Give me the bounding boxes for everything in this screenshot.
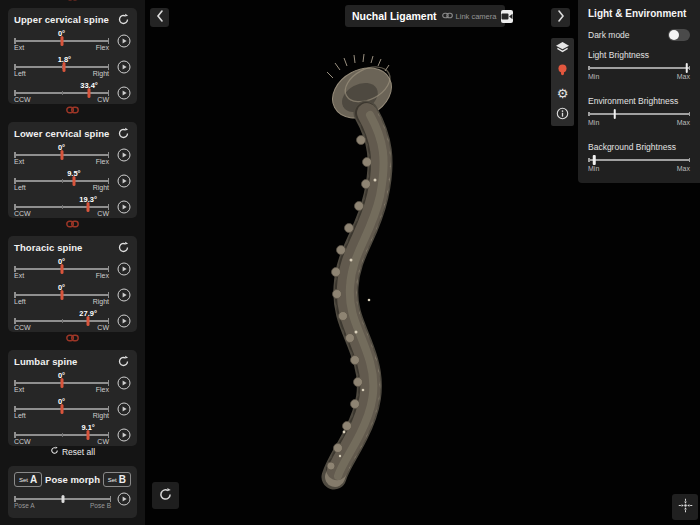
pose-morph-slider-row: Pose APose B	[14, 489, 131, 513]
slider-track	[14, 434, 109, 436]
slider-row-left-right: 0° LeftRight	[14, 395, 131, 421]
reset-rotation-button[interactable]	[152, 482, 179, 509]
slider-track	[14, 180, 109, 182]
reset-section-button[interactable]	[116, 12, 131, 27]
light-brightness-label: Light Brightness	[588, 50, 690, 60]
angle-slider[interactable]: 0° LeftRight	[14, 281, 109, 307]
slider-row-left-right: 1.8° LeftRight	[14, 53, 131, 79]
play-button[interactable]	[117, 428, 131, 442]
angle-slider[interactable]: 27.9° CCWCW	[14, 307, 109, 333]
link-joint-top[interactable]	[0, 0, 145, 1]
max-label: Max	[677, 165, 690, 172]
light-brightness-slider[interactable]	[588, 61, 690, 74]
angle-slider[interactable]: 0° ExtFlex	[14, 255, 109, 281]
slider-row-left-right: 0° LeftRight	[14, 281, 131, 307]
slider-row-rotation: 9.1° CCWCW	[14, 421, 131, 447]
slider-row-rotation: 27.9° CCWCW	[14, 307, 131, 333]
play-button[interactable]	[117, 288, 131, 302]
play-button[interactable]	[117, 60, 131, 74]
reset-icon	[50, 446, 59, 457]
slider-max-label: Right	[93, 298, 109, 305]
rotate-icon	[158, 487, 173, 505]
set-pose-b-button[interactable]: Set B	[103, 472, 131, 487]
slider-min-label: CCW	[14, 210, 31, 217]
link-joint-icon[interactable]	[0, 220, 145, 228]
pose-morph-slider[interactable]: Pose APose B	[14, 489, 111, 515]
background-brightness-slider[interactable]	[588, 153, 690, 166]
min-label: Min	[588, 165, 599, 172]
angle-slider[interactable]: 9.5° LeftRight	[14, 167, 109, 193]
angle-slider[interactable]: 1.8° LeftRight	[14, 53, 109, 79]
slider-min-label: Ext	[14, 386, 24, 393]
slider-handle[interactable]	[593, 155, 596, 165]
play-button[interactable]	[117, 262, 131, 276]
angle-slider[interactable]: 0° LeftRight	[14, 395, 109, 421]
link-joint-icon[interactable]	[0, 106, 145, 114]
slider-row-ext-flex: 0° ExtFlex	[14, 27, 131, 53]
play-button[interactable]	[117, 200, 131, 214]
angle-slider[interactable]: 0° ExtFlex	[14, 369, 109, 395]
link-joint-icon[interactable]	[0, 334, 145, 342]
play-button[interactable]	[117, 376, 131, 390]
slider-max-label: Right	[93, 184, 109, 191]
play-button[interactable]	[117, 34, 131, 48]
slider-handle[interactable]	[613, 109, 616, 119]
lightbulb-icon	[557, 63, 568, 80]
angle-slider[interactable]: 19.3° CCWCW	[14, 193, 109, 219]
link-camera-toggle[interactable]: Link camera	[442, 12, 497, 21]
focus-icon	[678, 498, 693, 516]
play-button[interactable]	[117, 86, 131, 100]
angle-slider[interactable]: 9.1° CCWCW	[14, 421, 109, 447]
slider-min-label: Ext	[14, 44, 24, 51]
reset-section-button[interactable]	[116, 354, 131, 369]
slider-min-label: Left	[14, 412, 26, 419]
panel-lumbar: Lumbar spine 0° ExtFlex 0° LeftRight 9	[8, 350, 137, 446]
slider-track	[14, 92, 109, 94]
play-button[interactable]	[117, 314, 131, 328]
panel-thoracic: Thoracic spine 0° ExtFlex 0° LeftRight	[8, 236, 137, 332]
slider-max-label: Right	[93, 412, 109, 419]
angle-slider[interactable]: 0° ExtFlex	[14, 141, 109, 167]
play-button[interactable]	[117, 148, 131, 162]
panel-upper-cervical: Upper cervical spine 0° ExtFlex 1.8° Lef…	[8, 8, 137, 104]
reset-section-button[interactable]	[116, 240, 131, 255]
camera-button[interactable]	[501, 10, 513, 23]
slider-max-label: CW	[97, 96, 109, 103]
play-button[interactable]	[117, 492, 131, 506]
info-tool-button[interactable]	[551, 104, 574, 126]
min-label: Min	[588, 119, 599, 126]
slider-track	[588, 159, 690, 161]
angle-slider[interactable]: 0° ExtFlex	[14, 27, 109, 53]
reset-all-button[interactable]: Reset all	[0, 446, 145, 457]
pose-sidebar: Upper cervical spine 0° ExtFlex 1.8° Lef…	[0, 0, 145, 525]
back-button[interactable]	[150, 8, 169, 27]
pose-b-label: Pose B	[90, 502, 111, 509]
set-b-letter: B	[119, 474, 126, 485]
set-pose-a-button[interactable]: Set A	[14, 472, 42, 487]
play-button[interactable]	[117, 174, 131, 188]
panel-title: Thoracic spine	[14, 242, 82, 253]
slider-row-ext-flex: 0° ExtFlex	[14, 255, 131, 281]
settings-tool-button[interactable]: ⚙	[551, 82, 574, 104]
play-button[interactable]	[117, 402, 131, 416]
recenter-view-button[interactable]	[672, 494, 698, 520]
reset-section-button[interactable]	[116, 126, 131, 141]
panel-lower-cervical: Lower cervical spine 0° ExtFlex 9.5° Lef…	[8, 122, 137, 218]
slider-max-label: Flex	[96, 272, 109, 279]
slider-row-left-right: 9.5° LeftRight	[14, 167, 131, 193]
slider-handle[interactable]	[686, 63, 689, 73]
slider-min-label: CCW	[14, 96, 31, 103]
slider-track	[588, 113, 690, 115]
layers-tool-button[interactable]	[551, 38, 574, 60]
light-tool-button[interactable]	[551, 60, 574, 82]
slider-row-rotation: 19.3° CCWCW	[14, 193, 131, 219]
dark-mode-toggle[interactable]	[668, 29, 690, 41]
environment-brightness-slider[interactable]	[588, 107, 690, 120]
panel-collapse-button[interactable]	[551, 8, 570, 27]
slider-max-label: Flex	[96, 44, 109, 51]
slider-min-label: CCW	[14, 324, 31, 331]
link-camera-label: Link camera	[456, 12, 497, 21]
slider-max-label: CW	[97, 438, 109, 445]
light-panel-title: Light & Environment	[588, 8, 690, 19]
angle-slider[interactable]: 33.4° CCWCW	[14, 79, 109, 105]
